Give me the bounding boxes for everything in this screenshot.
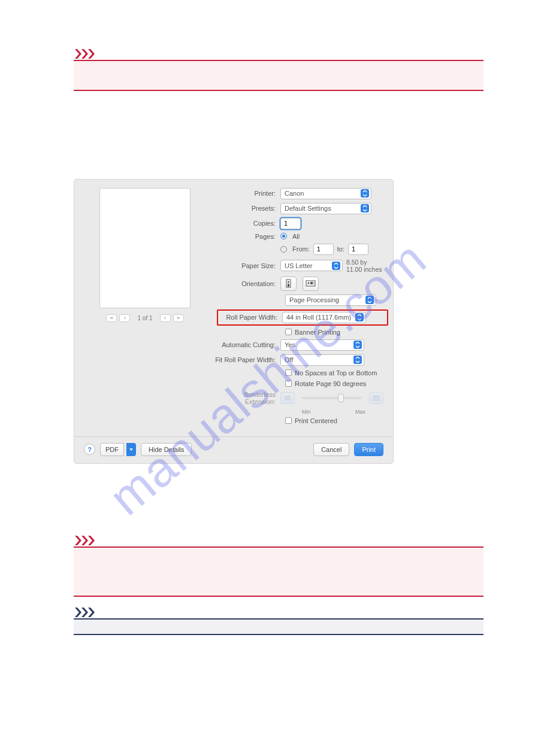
paper-size-label: Paper Size: xyxy=(213,262,280,269)
dropdown-icon xyxy=(365,296,374,304)
rotate-90-checkbox[interactable] xyxy=(285,380,292,387)
note-banner: If the paper source setting from Quality… xyxy=(74,620,483,635)
borderless-slider[interactable] xyxy=(302,397,362,399)
help-button[interactable]: ? xyxy=(84,444,95,455)
chevron-icon xyxy=(88,536,95,545)
print-button[interactable]: Print xyxy=(354,443,383,456)
first-page-button[interactable]: « xyxy=(106,314,117,322)
print-centered-label: Print Centered xyxy=(295,417,337,424)
svg-rect-4 xyxy=(285,396,291,400)
borderless-max-icon xyxy=(369,392,383,404)
pages-label: Pages: xyxy=(213,233,280,240)
print-centered-checkbox[interactable] xyxy=(285,417,292,424)
svg-point-3 xyxy=(308,283,310,284)
page-preview xyxy=(99,188,191,308)
chevron-icon xyxy=(81,49,88,59)
banner-printing-label: Banner Printing xyxy=(295,329,340,336)
chevron-icon xyxy=(75,608,81,617)
pages-all-label: All xyxy=(292,233,300,240)
borderless-label: Borderless Extension: xyxy=(213,391,280,405)
important-header-mid xyxy=(74,536,483,548)
auto-cutting-label: Automatic Cutting: xyxy=(213,341,280,348)
pages-from-input[interactable] xyxy=(313,244,334,255)
pages-range-radio[interactable] xyxy=(280,246,287,253)
svg-rect-5 xyxy=(373,395,380,401)
next-page-button[interactable]: › xyxy=(160,314,171,322)
dropdown-icon xyxy=(361,189,369,198)
dropdown-icon xyxy=(361,204,369,212)
chevron-icon xyxy=(88,49,95,59)
rotate-90-label: Rotate Page 90 degrees xyxy=(295,380,366,387)
section-select[interactable]: Page Processing xyxy=(285,294,376,306)
chevron-icon xyxy=(75,49,81,59)
important-header-top xyxy=(74,49,483,61)
dropdown-icon xyxy=(126,443,136,456)
presets-select[interactable]: Default Settings xyxy=(280,203,371,214)
pages-to-input[interactable] xyxy=(348,244,368,255)
paper-size-select[interactable]: US Letter xyxy=(280,260,343,271)
paper-size-dim: 8.50 by 11.00 inches xyxy=(346,259,383,273)
orientation-label: Orientation: xyxy=(213,280,280,287)
dropdown-icon xyxy=(355,313,364,321)
presets-label: Presets: xyxy=(213,205,280,212)
printer-select[interactable]: Canon xyxy=(280,188,371,199)
copies-label: Copies: xyxy=(213,220,280,227)
cancel-button[interactable]: Cancel xyxy=(313,443,349,456)
orientation-landscape-button[interactable] xyxy=(303,277,319,291)
important-banner-mid: If documents are created by using applic… xyxy=(74,548,483,597)
orientation-portrait-button[interactable] xyxy=(280,277,297,291)
pages-to-label: to: xyxy=(337,245,344,253)
chevron-icon xyxy=(81,536,88,545)
dropdown-icon xyxy=(353,356,362,364)
no-spaces-label: No Spaces at Top or Bottom xyxy=(295,369,377,377)
slider-max-label: Max xyxy=(355,409,365,415)
borderless-min-icon xyxy=(280,392,295,404)
prev-page-button[interactable]: ‹ xyxy=(119,314,130,322)
note-header xyxy=(74,608,483,620)
slider-min-label: Min xyxy=(302,409,311,415)
roll-width-select[interactable]: 44 in Roll (1117.6mm) xyxy=(282,312,366,323)
pager: « ‹ 1 of 1 › » xyxy=(106,314,183,322)
print-dialog: « ‹ 1 of 1 › » Printer: Canon Presets: xyxy=(74,179,394,464)
fit-roll-select[interactable]: Off xyxy=(280,354,364,366)
pager-text: 1 of 1 xyxy=(137,315,152,321)
roll-paper-width-row: Roll Paper Width: 44 in Roll (1117.6mm) xyxy=(217,309,388,326)
pages-all-radio[interactable] xyxy=(280,233,287,239)
svg-point-1 xyxy=(288,281,289,283)
fit-roll-label: Fit Roll Paper Width: xyxy=(213,356,280,363)
chevron-icon xyxy=(88,608,95,617)
banner-printing-checkbox[interactable] xyxy=(285,329,292,335)
chevron-icon xyxy=(81,608,88,617)
dropdown-icon xyxy=(332,262,340,270)
no-spaces-checkbox[interactable] xyxy=(285,369,292,376)
pages-from-label: From: xyxy=(292,245,310,253)
pdf-menu-button[interactable]: PDF xyxy=(100,443,136,456)
auto-cutting-select[interactable]: Yes xyxy=(280,339,364,351)
dropdown-icon xyxy=(353,341,362,349)
hide-details-button[interactable]: Hide Details xyxy=(141,443,192,456)
roll-width-label: Roll Paper Width: xyxy=(220,314,282,321)
last-page-button[interactable]: » xyxy=(173,314,184,322)
chevron-icon xyxy=(75,536,81,545)
important-banner-top: Under normal circumstances, the size of … xyxy=(74,61,483,91)
printer-label: Printer: xyxy=(213,190,280,197)
copies-input[interactable] xyxy=(280,218,301,229)
